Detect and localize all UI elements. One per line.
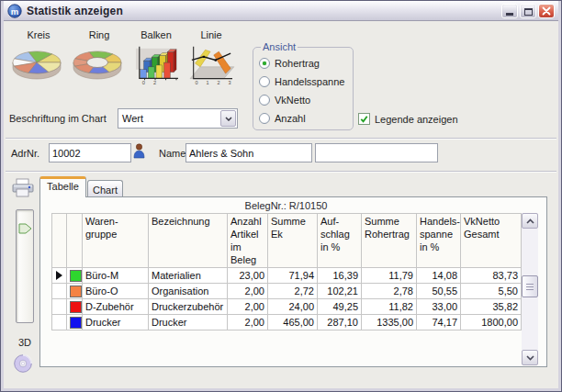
line-chart-icon: 0 1 2 3 — [185, 43, 238, 85]
cd-button[interactable] — [13, 353, 33, 374]
cell-warengruppe: Büro-M — [83, 268, 149, 284]
header-warengruppe: Waren- gruppe — [83, 214, 149, 268]
chart-type-linie-label: Linie — [182, 29, 241, 40]
3d-depth-slider-track[interactable] — [16, 209, 34, 323]
tab-tabelle-label: Tabelle — [47, 181, 79, 192]
series-color-swatch — [70, 286, 82, 297]
check-icon — [359, 114, 369, 124]
radio-vknetto-label: VkNetto — [275, 95, 310, 106]
scrollbar-thumb[interactable] — [522, 275, 538, 297]
radio-anzahl[interactable]: Anzahl — [259, 109, 347, 128]
slider-thumb-icon — [18, 223, 32, 234]
beschriftung-combobox-dropdown-button[interactable] — [220, 110, 236, 127]
tab-content-panel: BelegNr.: R/10150 Waren- gruppe Bezeichn… — [39, 196, 547, 367]
titlebar[interactable]: m Statistik anzeigen — [4, 1, 558, 21]
name-input[interactable] — [185, 143, 312, 162]
series-color-swatch — [70, 301, 82, 313]
row-color-cell — [67, 268, 83, 284]
series-color-swatch — [70, 317, 82, 329]
svg-text:0: 0 — [142, 80, 145, 85]
cell-anzahl-artikel: 2,00 — [228, 315, 268, 330]
minimize-icon — [506, 13, 513, 16]
header-handelsspanne: Handels- spanne in % — [417, 214, 461, 268]
close-button[interactable] — [538, 4, 555, 18]
chart-type-ring-button[interactable]: Ring — [70, 29, 129, 89]
svg-text:2: 2 — [153, 80, 156, 85]
scroll-down-button[interactable] — [522, 350, 538, 365]
name2-input[interactable] — [315, 143, 438, 162]
header-summe-ek: Summe Ek — [268, 214, 318, 268]
cell-warengruppe: Büro-O — [83, 284, 149, 299]
legende-checkbox-label: Legende anzeigen — [375, 114, 458, 125]
ansicht-groupbox-title: Ansicht — [261, 41, 298, 52]
radio-handelsspanne-label: Handelsspanne — [275, 76, 344, 87]
header-bezeichnung: Bezeichnung — [149, 214, 228, 268]
window-title: Statistik anzeigen — [27, 5, 501, 17]
cell-summe-rohertrag: 1335,00 — [362, 315, 417, 330]
chevron-down-icon — [225, 117, 232, 121]
cell-aufschlag: 16,39 — [318, 268, 362, 284]
chart-type-ring-label: Ring — [70, 29, 129, 40]
print-button[interactable] — [11, 177, 37, 201]
separator — [6, 171, 556, 173]
cell-vknetto: 35,82 — [461, 299, 522, 315]
cell-bezeichnung: Drucker — [149, 315, 228, 330]
table-row[interactable]: Drucker Drucker 2,00 465,00 287,10 1335,… — [52, 315, 522, 330]
tab-chart-label: Chart — [93, 185, 118, 196]
minimize-button[interactable] — [501, 4, 518, 18]
cell-bezeichnung: Materialien — [149, 268, 228, 284]
row-color-cell — [67, 299, 83, 315]
person-lookup-button[interactable] — [133, 143, 145, 162]
table-vertical-scrollbar[interactable] — [522, 213, 538, 365]
chart-type-balken-button[interactable]: Balken 0 2 — [129, 29, 184, 89]
cell-warengruppe: Drucker — [83, 315, 149, 330]
cell-warengruppe: D-Zubehör — [83, 299, 149, 315]
table-row[interactable]: Büro-O Organisation 2,00 2,72 102,21 2,7… — [52, 284, 522, 299]
chart-type-kreis-button[interactable]: Kreis — [9, 29, 68, 89]
header-color — [67, 214, 83, 268]
adrnr-input[interactable] — [49, 143, 131, 162]
3d-depth-slider-thumb[interactable] — [18, 221, 32, 238]
radio-handelsspanne[interactable]: Handelsspanne — [259, 73, 347, 91]
radio-vknetto-circle[interactable] — [259, 95, 270, 106]
cell-handelsspanne: 14,08 — [417, 268, 461, 284]
radio-handelsspanne-circle[interactable] — [259, 76, 270, 87]
radio-rohertrag-circle[interactable] — [259, 58, 270, 69]
radio-vknetto[interactable]: VkNetto — [259, 91, 347, 109]
legende-checkbox[interactable] — [358, 113, 370, 125]
svg-text:0: 0 — [196, 80, 198, 85]
chevron-down-icon — [526, 355, 534, 361]
header-summe-rohertrag: Summe Rohertrag — [362, 214, 417, 268]
adrnr-label: AdrNr. — [11, 148, 39, 159]
radio-rohertrag-label: Rohertrag — [275, 58, 320, 69]
beschriftung-combobox[interactable]: Wert — [118, 108, 238, 129]
legende-checkbox-row[interactable]: Legende anzeigen — [358, 113, 458, 125]
cell-aufschlag: 49,25 — [318, 299, 362, 315]
close-icon — [542, 6, 551, 16]
scroll-up-button[interactable] — [522, 213, 538, 229]
radio-anzahl-circle[interactable] — [259, 113, 270, 124]
chart-type-linie-button[interactable]: Linie 0 1 2 3 — [182, 29, 241, 89]
table-header-row: Waren- gruppe Bezeichnung Anzahl Artikel… — [52, 214, 522, 268]
statistik-table: Waren- gruppe Bezeichnung Anzahl Artikel… — [51, 213, 522, 330]
svg-text:m: m — [11, 6, 18, 16]
svg-text:3: 3 — [228, 80, 230, 85]
series-color-swatch — [70, 270, 82, 282]
beschriftung-combobox-value: Wert — [118, 113, 220, 124]
chart-type-kreis-label: Kreis — [9, 29, 68, 40]
cell-vknetto: 1800,00 — [461, 315, 522, 330]
tab-chart[interactable]: Chart — [87, 180, 123, 197]
cell-anzahl-artikel: 23,00 — [228, 268, 268, 284]
radio-anzahl-label: Anzahl — [275, 113, 306, 124]
chart-type-balken-label: Balken — [129, 29, 184, 40]
table-row[interactable]: D-Zubehör Druckerzubehör 2,00 24,00 49,2… — [52, 299, 522, 315]
tab-tabelle[interactable]: Tabelle — [39, 176, 86, 197]
statistik-window: m Statistik anzeigen Kreis — [1, 1, 561, 391]
cell-summe-rohertrag: 2,78 — [362, 284, 417, 299]
chevron-up-icon — [526, 218, 534, 224]
radio-rohertrag[interactable]: Rohertrag — [259, 54, 347, 73]
table-row[interactable]: Büro-M Materialien 23,00 71,94 16,39 11,… — [52, 268, 522, 284]
maximize-button[interactable] — [520, 4, 536, 18]
cell-handelsspanne: 74,17 — [417, 315, 461, 330]
cell-summe-ek: 71,94 — [268, 268, 318, 284]
